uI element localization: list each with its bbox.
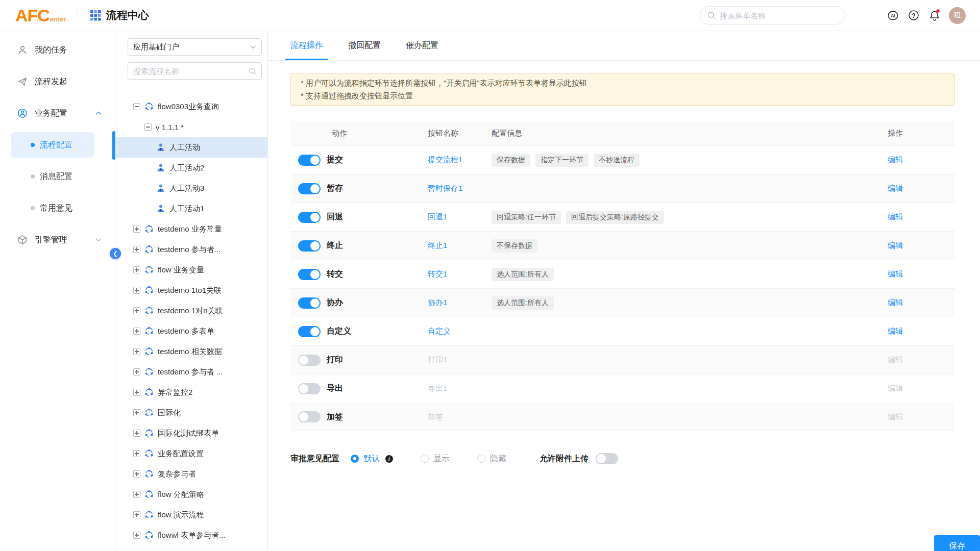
- help-icon[interactable]: ?: [907, 9, 920, 22]
- tree-node-21[interactable]: flowwl 表单参与者...: [116, 525, 267, 545]
- info-icon[interactable]: i: [385, 455, 393, 463]
- expand-icon[interactable]: [133, 328, 140, 335]
- edit-link[interactable]: 编辑: [888, 298, 903, 307]
- expand-icon[interactable]: [133, 287, 140, 294]
- expand-icon[interactable]: [133, 532, 140, 539]
- tree-node-17[interactable]: 业务配置设置: [116, 443, 267, 464]
- radio-option-1[interactable]: 显示: [421, 454, 450, 464]
- toggle-协办[interactable]: [298, 297, 321, 309]
- toggle-终止[interactable]: [298, 240, 321, 252]
- edit-link[interactable]: 编辑: [888, 269, 903, 278]
- expand-icon[interactable]: [133, 470, 140, 478]
- tree-node-2[interactable]: 人工活动: [116, 137, 267, 158]
- expand-icon[interactable]: [133, 511, 140, 518]
- toggle-暂存[interactable]: [298, 183, 321, 194]
- tab-0[interactable]: 流程操作: [290, 31, 323, 60]
- button-name-link[interactable]: 打印1: [428, 355, 447, 364]
- edit-link[interactable]: 编辑: [888, 184, 903, 192]
- tab-1[interactable]: 撤回配置: [348, 31, 381, 60]
- menu-search[interactable]: [700, 6, 845, 24]
- sidebar-subitem-0[interactable]: 流程配置: [11, 132, 94, 158]
- tree-node-1[interactable]: v 1.1.1 *: [116, 117, 267, 137]
- expand-icon[interactable]: [133, 409, 140, 416]
- button-name-link[interactable]: 导出1: [428, 384, 447, 392]
- expand-icon[interactable]: [133, 348, 140, 355]
- sidebar-item-2[interactable]: 业务配置: [0, 97, 115, 129]
- radio-icon[interactable]: [477, 455, 485, 463]
- edit-link[interactable]: 编辑: [888, 355, 903, 364]
- button-name-link[interactable]: 转交1: [428, 269, 447, 278]
- toggle-导出[interactable]: [298, 383, 321, 394]
- button-name-link[interactable]: 自定义: [428, 327, 451, 335]
- expand-icon[interactable]: [133, 266, 140, 273]
- ai-icon[interactable]: AI: [886, 9, 899, 22]
- toggle-回退[interactable]: [298, 212, 321, 223]
- tree-node-12[interactable]: testdemo 相关数据: [116, 341, 267, 362]
- toggle-自定义[interactable]: [298, 326, 321, 337]
- tree-node-20[interactable]: flow 演示流程: [116, 505, 267, 525]
- button-name-link[interactable]: 终止1: [428, 241, 447, 249]
- expand-icon[interactable]: [133, 307, 140, 314]
- collapse-icon[interactable]: [133, 103, 140, 110]
- expand-icon[interactable]: [133, 450, 140, 457]
- edit-link[interactable]: 编辑: [888, 384, 903, 392]
- button-name-link[interactable]: 加签: [428, 412, 443, 421]
- tree-node-4[interactable]: 人工活动3: [116, 178, 267, 198]
- edit-link[interactable]: 编辑: [888, 155, 903, 164]
- tree-node-5[interactable]: 人工活动1: [116, 198, 267, 219]
- tree-node-16[interactable]: 国际化测试绑表单: [116, 423, 267, 443]
- save-button[interactable]: 保存: [934, 535, 980, 551]
- sidebar-item-1[interactable]: 流程发起: [0, 66, 115, 97]
- tree-node-22[interactable]: flow 自定义参与者: [116, 545, 267, 551]
- expand-icon[interactable]: [133, 430, 140, 437]
- toggle-打印[interactable]: [298, 355, 321, 366]
- button-name-link[interactable]: 回退1: [428, 212, 447, 221]
- expand-icon[interactable]: [133, 368, 140, 375]
- attachment-upload-toggle[interactable]: [596, 453, 618, 464]
- tree-node-7[interactable]: testdemo 参与者...: [116, 239, 267, 260]
- edit-link[interactable]: 编辑: [888, 212, 903, 221]
- button-name-link[interactable]: 协办1: [428, 298, 447, 307]
- tree-node-8[interactable]: flow 业务变量: [116, 260, 267, 280]
- expand-icon[interactable]: [133, 491, 140, 498]
- button-name-link[interactable]: 提交流程1: [428, 155, 462, 164]
- tree-search[interactable]: [128, 62, 262, 80]
- tree-node-6[interactable]: testdemo 业务常量: [116, 219, 267, 239]
- toggle-转交[interactable]: [298, 269, 321, 280]
- toggle-提交[interactable]: [298, 155, 321, 166]
- tree-node-0[interactable]: flow0303业务查询: [116, 96, 267, 117]
- radio-option-2[interactable]: 隐藏: [477, 454, 506, 464]
- expand-icon[interactable]: [133, 246, 140, 253]
- button-name-link[interactable]: 暂时保存1: [428, 184, 462, 192]
- app-select[interactable]: 应用基础门户: [128, 38, 262, 56]
- expand-icon[interactable]: [133, 226, 140, 233]
- edit-link[interactable]: 编辑: [888, 241, 903, 249]
- edit-link[interactable]: 编辑: [888, 327, 903, 335]
- tree-node-10[interactable]: testdemo 1对n关联: [116, 300, 267, 321]
- radio-option-0[interactable]: 默认i: [351, 454, 393, 464]
- toggle-加签[interactable]: [298, 411, 321, 422]
- sidebar-collapse-button[interactable]: ❮: [110, 248, 121, 259]
- tree-search-input[interactable]: [133, 67, 249, 76]
- sidebar-subitem-1[interactable]: 消息配置: [0, 161, 115, 192]
- tree-node-14[interactable]: 异常监控2: [116, 382, 267, 403]
- tree-node-11[interactable]: testdemo 多表单: [116, 321, 267, 341]
- sidebar-item-0[interactable]: 我的任务: [0, 34, 115, 66]
- avatar[interactable]: 租: [949, 7, 966, 24]
- tab-2[interactable]: 催办配置: [406, 31, 438, 60]
- collapse-icon[interactable]: [144, 123, 152, 131]
- bell-icon[interactable]: [928, 9, 941, 22]
- tree-node-15[interactable]: 国际化: [116, 403, 267, 423]
- radio-icon[interactable]: [421, 455, 429, 463]
- sidebar-subitem-2[interactable]: 常用意见: [0, 192, 115, 224]
- radio-icon[interactable]: [351, 455, 359, 463]
- tree-node-18[interactable]: 复杂参与者: [116, 464, 267, 484]
- tree-node-9[interactable]: testdemo 1to1关联: [116, 280, 267, 300]
- search-input[interactable]: [720, 11, 827, 20]
- sidebar-item-3[interactable]: 引擎管理: [0, 224, 115, 256]
- tree-node-13[interactable]: testdemo 参与者 ...: [116, 362, 267, 382]
- tree-node-19[interactable]: flow 分配策略: [116, 484, 267, 505]
- expand-icon[interactable]: [133, 389, 140, 396]
- edit-link[interactable]: 编辑: [888, 412, 903, 421]
- tree-node-3[interactable]: 人工活动2: [116, 158, 267, 178]
